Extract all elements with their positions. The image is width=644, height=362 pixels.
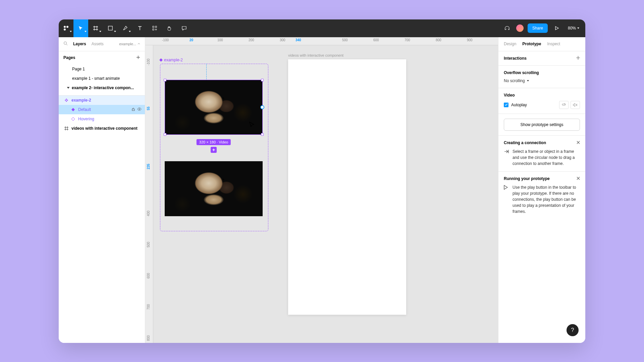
move-tool[interactable] [73, 19, 88, 37]
interactions-section: Interactions [498, 51, 585, 66]
comment-tool[interactable] [177, 19, 192, 37]
layer-component[interactable]: example-2 [59, 96, 145, 105]
layer-frame[interactable]: videos with interactive component [59, 124, 145, 133]
canvas-inner: videos with interactive component exampl… [153, 45, 498, 343]
share-button[interactable]: Share [528, 23, 548, 33]
svg-rect-5 [155, 26, 157, 27]
close-icon[interactable] [577, 176, 580, 181]
svg-rect-6 [153, 29, 154, 30]
svg-point-9 [139, 109, 140, 110]
hand-tool[interactable] [162, 19, 177, 37]
canvas[interactable]: -100 20 100 200 300 340 500 600 700 800 … [145, 37, 498, 343]
video-thumbnail [165, 80, 262, 134]
app-window: Share 80% Layers Assets example... [59, 19, 585, 343]
shape-tool[interactable] [103, 19, 118, 37]
right-panel-tabs: Design Prototype Inspect [498, 37, 585, 51]
search-icon[interactable] [63, 41, 68, 47]
svg-rect-8 [132, 109, 135, 111]
zoom-control[interactable]: 80% [566, 26, 581, 31]
frame-icon [64, 126, 69, 131]
interactions-label: Interactions [504, 56, 527, 61]
page-list: Page 1 example 1 - smart animate example… [59, 64, 145, 96]
show-prototype-settings-button[interactable]: Show prototype settings [504, 119, 580, 131]
horizontal-ruler: -100 20 100 200 300 340 500 600 700 800 … [145, 37, 498, 45]
loop-button[interactable] [559, 101, 569, 109]
video-hovering[interactable] [165, 161, 263, 216]
tab-layers[interactable]: Layers [73, 42, 86, 46]
present-button[interactable] [551, 22, 562, 34]
autoplay-checkbox[interactable]: Autoplay [504, 103, 527, 107]
page-breadcrumb[interactable]: example... [119, 42, 140, 46]
pages-header: Pages [59, 51, 145, 64]
svg-point-7 [64, 42, 67, 45]
audio-icon[interactable] [502, 23, 512, 33]
resize-handle-sw[interactable] [164, 133, 166, 136]
checkbox-checked-icon [504, 103, 508, 107]
tab-design[interactable]: Design [504, 42, 516, 46]
prototype-settings-section: Show prototype settings [498, 114, 585, 136]
main-area: Layers Assets example... Pages Page 1 ex… [59, 37, 585, 343]
frame-videos-interactive[interactable] [288, 59, 406, 315]
selection-size-badge: 320 × 180 · Video [197, 139, 231, 145]
layer-variant-hovering[interactable]: Hovering [59, 114, 145, 124]
component-frame-label[interactable]: example-2 [159, 58, 183, 62]
frame-tool[interactable] [88, 19, 103, 37]
cursor-icon [249, 122, 255, 129]
text-tool[interactable] [132, 19, 147, 37]
layer-variant-default[interactable]: Default [59, 105, 145, 114]
connection-icon [504, 148, 509, 167]
add-variant-button[interactable]: + [211, 147, 217, 153]
figma-menu[interactable] [59, 19, 73, 37]
resources-tool[interactable] [147, 19, 162, 37]
zoom-value: 80% [568, 26, 576, 31]
page-item[interactable]: example 1 - smart animate [59, 74, 145, 83]
frame-label[interactable]: videos with interactive component [288, 53, 343, 57]
help-running: Running your prototype Use the play butt… [498, 172, 585, 219]
layers-list: example-2 Default Hovering videos w [59, 96, 145, 343]
svg-rect-0 [64, 26, 66, 28]
svg-rect-4 [153, 26, 154, 27]
selected-video-default[interactable] [165, 80, 263, 135]
component-icon [64, 98, 69, 103]
svg-rect-1 [64, 28, 66, 31]
tab-prototype[interactable]: Prototype [522, 42, 541, 46]
vertical-guide [206, 64, 207, 80]
variant-icon [71, 107, 75, 112]
tab-inspect[interactable]: Inspect [547, 42, 560, 46]
toolbar: Share 80% [59, 19, 585, 37]
variant-icon [71, 117, 75, 121]
pen-tool[interactable] [118, 19, 132, 37]
add-interaction-button[interactable] [576, 56, 580, 61]
unlock-icon[interactable] [131, 107, 135, 112]
add-page-button[interactable] [136, 55, 140, 60]
resize-handle-se[interactable] [261, 133, 264, 136]
left-panel: Layers Assets example... Pages Page 1 ex… [59, 37, 145, 343]
help-connection: Creating a connection Select a frame or … [498, 136, 585, 172]
video-thumbnail [165, 161, 263, 216]
page-item-current[interactable]: example 2- interactive compon... [59, 83, 145, 93]
resize-handle-ne[interactable] [261, 79, 264, 81]
chevron-down-icon [577, 27, 579, 29]
close-icon[interactable] [577, 140, 580, 145]
chevron-down-icon [527, 80, 529, 81]
svg-rect-2 [66, 26, 68, 28]
vertical-ruler: -100 55 235 400 500 600 700 800 [145, 45, 153, 343]
user-avatar[interactable] [516, 24, 524, 33]
visibility-icon[interactable] [137, 107, 142, 112]
video-section: Video Autoplay [498, 88, 585, 114]
overflow-dropdown[interactable]: No scrolling [504, 78, 580, 83]
help-fab[interactable]: ? [567, 324, 579, 336]
overflow-section: Overflow scrolling No scrolling [498, 66, 585, 88]
mute-button[interactable] [571, 101, 580, 109]
play-icon [504, 184, 509, 215]
right-panel: Design Prototype Inspect Interactions Ov… [498, 37, 585, 343]
left-panel-tabs: Layers Assets example... [59, 37, 145, 51]
svg-rect-3 [108, 26, 112, 30]
resize-handle-nw[interactable] [164, 79, 166, 81]
prototype-connection-node[interactable] [260, 105, 264, 109]
tab-assets[interactable]: Assets [92, 42, 104, 46]
page-item[interactable]: Page 1 [59, 64, 145, 74]
